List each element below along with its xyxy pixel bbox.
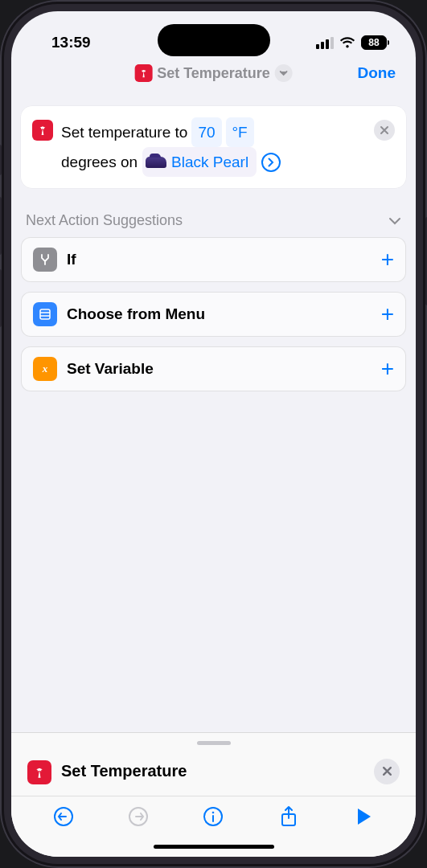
app-badge-icon: [134, 64, 152, 82]
nav-bar: Set Temperature Done: [11, 58, 416, 90]
phone-silence-switch: [0, 145, 2, 175]
svg-point-5: [212, 812, 215, 814]
screen: 13:59 88 Set Temperature: [11, 11, 416, 857]
suggestion-choose-menu[interactable]: Choose from Menu +: [21, 292, 406, 337]
disclosure-button[interactable]: [261, 153, 281, 172]
done-button[interactable]: Done: [358, 64, 396, 82]
add-suggestion-button[interactable]: +: [381, 301, 394, 327]
wifi-icon: [339, 37, 355, 49]
dynamic-island: [158, 24, 270, 56]
phone-frame: 13:59 88 Set Temperature: [0, 0, 427, 868]
toolbar: [11, 796, 416, 840]
sheet-app-icon: [27, 760, 51, 784]
car-icon: [146, 157, 166, 168]
action-text-prefix: Set temperature to: [61, 118, 187, 146]
sheet-close-button[interactable]: [374, 759, 400, 784]
battery-icon: 88: [361, 35, 387, 50]
status-time: 13:59: [51, 34, 91, 51]
action-app-icon: [32, 120, 53, 141]
content: Set temperature to 70 °F degrees on Blac…: [11, 90, 416, 732]
if-icon: [33, 248, 57, 272]
nav-title: Set Temperature: [157, 65, 270, 82]
sheet-title: Set Temperature: [61, 762, 364, 780]
action-card[interactable]: Set temperature to 70 °F degrees on Blac…: [21, 106, 406, 188]
add-suggestion-button[interactable]: +: [381, 247, 394, 272]
share-button[interactable]: [277, 805, 301, 829]
phone-vol-up: [0, 197, 2, 255]
menu-icon: [33, 302, 57, 326]
bottom-sheet: Set Temperature: [11, 732, 416, 857]
undo-button[interactable]: [51, 805, 76, 829]
play-button[interactable]: [351, 805, 376, 829]
variable-icon: x: [33, 357, 57, 381]
sheet-grabber[interactable]: [197, 741, 231, 745]
redo-button[interactable]: [126, 805, 150, 829]
param-vehicle[interactable]: Black Pearl: [142, 147, 257, 177]
chevron-down-icon: [388, 217, 401, 225]
suggestion-if[interactable]: If +: [21, 237, 406, 282]
cellular-icon: [316, 37, 334, 49]
suggestions-header[interactable]: Next Action Suggestions: [21, 212, 406, 237]
home-indicator[interactable]: [154, 845, 274, 849]
param-temperature[interactable]: 70: [191, 117, 221, 147]
param-unit[interactable]: °F: [226, 117, 254, 147]
add-suggestion-button[interactable]: +: [381, 356, 394, 382]
delete-action-button[interactable]: [374, 120, 395, 141]
svg-text:x: x: [42, 362, 48, 375]
suggestion-set-variable[interactable]: x Set Variable +: [21, 346, 406, 391]
phone-vol-down: [0, 269, 2, 327]
info-button[interactable]: [201, 805, 225, 829]
title-menu-button[interactable]: [275, 64, 293, 82]
svg-rect-0: [40, 309, 50, 319]
action-text-mid: degrees on: [61, 148, 138, 176]
